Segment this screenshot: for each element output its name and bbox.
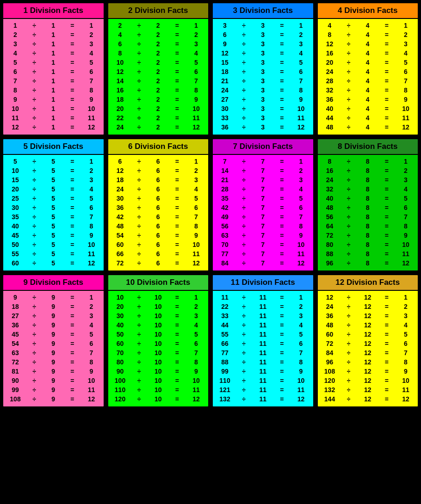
fact-row: 25÷5=5	[7, 194, 100, 203]
divisor: 11	[256, 386, 269, 393]
dividend: 36	[218, 123, 231, 131]
divisor: 4	[361, 31, 374, 38]
quotient: 12	[399, 395, 412, 403]
dividend: 5	[9, 59, 22, 66]
divisor: 9	[47, 377, 60, 384]
divisor: 5	[47, 213, 60, 221]
divisor: 1	[47, 40, 60, 48]
quotient: 9	[295, 232, 308, 239]
quotient: 5	[85, 195, 98, 202]
dividend: 18	[9, 303, 22, 310]
equals-symbol: =	[275, 312, 288, 320]
quotient: 2	[295, 31, 308, 38]
dividend: 11	[218, 294, 231, 301]
quotient: 8	[190, 86, 203, 94]
divisor: 7	[256, 222, 269, 230]
divisor: 10	[152, 386, 165, 393]
divide-symbol: ÷	[342, 395, 355, 403]
divisor: 7	[256, 204, 269, 211]
equals-symbol: =	[171, 259, 184, 267]
divide-symbol: ÷	[28, 321, 41, 329]
divide-symbol: ÷	[342, 185, 355, 193]
dividend: 30	[114, 195, 127, 202]
fact-row: 108÷9=12	[7, 394, 100, 404]
divisor: 3	[256, 40, 269, 48]
quotient: 4	[85, 185, 98, 193]
fact-row: 96÷8=12	[322, 258, 415, 268]
dividend: 60	[323, 331, 336, 338]
quotient: 5	[85, 59, 98, 66]
fact-row: 5÷5=1	[7, 157, 100, 166]
dividend: 60	[9, 259, 22, 267]
quotient: 4	[190, 185, 203, 193]
divisor: 8	[361, 167, 374, 174]
dividend: 14	[114, 77, 127, 85]
fact-row: 14÷2=7	[112, 76, 205, 86]
dividend: 40	[323, 105, 336, 112]
divide-symbol: ÷	[237, 158, 250, 165]
dividend: 21	[218, 77, 231, 85]
quotient: 6	[190, 340, 203, 347]
equals-symbol: =	[171, 167, 184, 174]
fact-row: 63÷9=7	[7, 348, 100, 357]
divisor: 7	[256, 241, 269, 248]
dividend: 60	[114, 241, 127, 248]
card-header-3: 3 Division Facts	[213, 3, 313, 19]
divide-symbol: ÷	[133, 31, 146, 38]
quotient: 11	[295, 250, 308, 258]
divide-symbol: ÷	[342, 195, 355, 202]
equals-symbol: =	[380, 232, 393, 239]
fact-row: 72÷9=8	[7, 357, 100, 367]
dividend: 108	[9, 395, 22, 403]
divisor: 1	[47, 123, 60, 131]
quotient: 9	[190, 232, 203, 239]
divide-symbol: ÷	[342, 40, 355, 48]
divide-symbol: ÷	[237, 349, 250, 356]
fact-row: 7÷7=1	[217, 157, 310, 166]
divide-symbol: ÷	[133, 250, 146, 258]
divide-symbol: ÷	[237, 340, 250, 347]
equals-symbol: =	[380, 386, 393, 393]
equals-symbol: =	[380, 294, 393, 301]
divide-symbol: ÷	[237, 241, 250, 248]
fact-row: 18÷2=9	[112, 95, 205, 104]
fact-row: 100÷10=10	[112, 376, 205, 385]
fact-row: 77÷7=11	[217, 249, 310, 258]
quotient: 10	[399, 105, 412, 112]
quotient: 9	[399, 96, 412, 103]
fact-row: 48÷8=6	[322, 203, 415, 212]
dividend: 36	[114, 204, 127, 211]
divisor: 1	[47, 114, 60, 122]
divisor: 2	[152, 22, 165, 29]
divisor: 3	[256, 49, 269, 57]
divide-symbol: ÷	[28, 250, 41, 258]
divide-symbol: ÷	[342, 176, 355, 184]
quotient: 7	[190, 349, 203, 356]
divide-symbol: ÷	[237, 114, 250, 122]
divisor: 4	[361, 40, 374, 48]
quotient: 4	[295, 185, 308, 193]
quotient: 2	[399, 31, 412, 38]
divide-symbol: ÷	[342, 167, 355, 174]
fact-row: 30÷5=6	[7, 203, 100, 212]
divide-symbol: ÷	[133, 123, 146, 131]
fact-row: 12÷6=2	[112, 166, 205, 175]
dividend: 15	[9, 176, 22, 184]
divisor: 4	[361, 114, 374, 122]
fact-row: 66÷6=11	[112, 249, 205, 258]
equals-symbol: =	[275, 204, 288, 211]
dividend: 48	[323, 321, 336, 329]
fact-row: 18÷3=6	[217, 67, 310, 76]
divide-symbol: ÷	[28, 86, 41, 94]
quotient: 3	[399, 312, 412, 320]
divide-symbol: ÷	[28, 259, 41, 267]
fact-row: 70÷10=7	[112, 348, 205, 357]
dividend: 15	[218, 59, 231, 66]
divide-symbol: ÷	[342, 31, 355, 38]
equals-symbol: =	[66, 77, 79, 85]
dividend: 66	[218, 340, 231, 347]
divisor: 12	[361, 368, 374, 375]
card-body-6: 6÷6=112÷6=218÷6=324÷6=430÷6=536÷6=642÷6=…	[108, 155, 209, 270]
divisor: 3	[256, 22, 269, 29]
divisor: 6	[152, 250, 165, 258]
